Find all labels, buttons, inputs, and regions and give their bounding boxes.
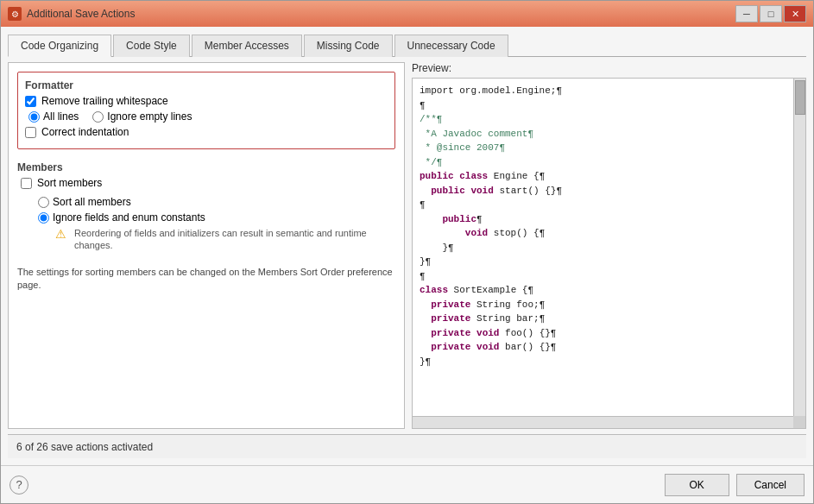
dialog-window: ⚙ Additional Save Actions ─ □ ✕ Code Org… bbox=[0, 0, 814, 504]
cancel-button[interactable]: Cancel bbox=[736, 474, 805, 496]
code-line-9: public¶ bbox=[420, 212, 798, 227]
radio-all-lines-label: All lines bbox=[43, 110, 79, 123]
code-line-14: class SortExample {¶ bbox=[420, 283, 798, 298]
sort-radio-group: Sort all members Ignore fields and enum … bbox=[38, 196, 395, 252]
code-line-4: * @since 2007¶ bbox=[420, 141, 798, 155]
code-line-7: public void start() {}¶ bbox=[420, 184, 798, 198]
sort-members-row: Sort members bbox=[21, 177, 395, 189]
code-line-6: public class Engine {¶ bbox=[420, 169, 798, 184]
bottom-right: OK Cancel bbox=[665, 474, 805, 496]
tab-unnecessary-code[interactable]: Unnecessary Code bbox=[394, 35, 508, 57]
code-line-12: }¶ bbox=[420, 255, 798, 269]
preview-box: import org.model.Engine;¶ ¶ /**¶ *A Java… bbox=[412, 78, 806, 429]
tab-bar: Code Organizing Code Style Member Access… bbox=[8, 34, 806, 57]
main-panel: Formatter Remove trailing whitespace All… bbox=[8, 62, 806, 429]
radio-ignore-empty-input[interactable] bbox=[92, 111, 104, 123]
code-line-3: *A Javadoc comment¶ bbox=[420, 127, 798, 142]
status-text: 6 of 26 save actions activated bbox=[16, 441, 153, 453]
title-bar: ⚙ Additional Save Actions ─ □ ✕ bbox=[1, 1, 813, 27]
code-line-18: private void bar() {}¶ bbox=[420, 340, 798, 355]
radio-sort-all-label: Sort all members bbox=[53, 196, 131, 208]
warning-row: ⚠ Reordering of fields and initializers … bbox=[55, 227, 395, 252]
members-label: Members bbox=[17, 161, 395, 173]
tab-code-organizing[interactable]: Code Organizing bbox=[8, 35, 111, 57]
bottom-bar: ? OK Cancel bbox=[1, 465, 813, 503]
formatter-label: Formatter bbox=[25, 79, 388, 91]
radio-ignore-empty: Ignore empty lines bbox=[92, 110, 192, 123]
remove-trailing-whitespace-checkbox[interactable] bbox=[25, 96, 36, 107]
help-button[interactable]: ? bbox=[9, 476, 28, 495]
code-line-13: ¶ bbox=[420, 269, 798, 284]
radio-sort-all: Sort all members bbox=[38, 196, 395, 208]
tab-missing-code[interactable]: Missing Code bbox=[304, 35, 393, 57]
status-bar: 6 of 26 save actions activated bbox=[8, 434, 806, 458]
radio-all-lines-input[interactable] bbox=[28, 111, 40, 123]
title-controls: ─ □ ✕ bbox=[735, 5, 806, 22]
title-bar-left: ⚙ Additional Save Actions bbox=[8, 7, 135, 21]
code-line-5: */¶ bbox=[420, 155, 798, 170]
scrollbar-horizontal[interactable] bbox=[413, 416, 793, 428]
correct-indentation-row: Correct indentation bbox=[25, 126, 388, 138]
radio-group-lines: All lines Ignore empty lines bbox=[28, 110, 388, 123]
restore-button[interactable]: □ bbox=[760, 5, 782, 22]
minimize-button[interactable]: ─ bbox=[735, 5, 758, 22]
sort-members-checkbox[interactable] bbox=[21, 178, 32, 189]
code-line-19: }¶ bbox=[420, 355, 798, 369]
ok-button[interactable]: OK bbox=[665, 474, 729, 496]
radio-ignore-empty-label: Ignore empty lines bbox=[107, 110, 192, 123]
close-button[interactable]: ✕ bbox=[784, 5, 806, 22]
preview-label: Preview: bbox=[412, 62, 806, 74]
left-panel: Formatter Remove trailing whitespace All… bbox=[8, 62, 405, 429]
right-panel: Preview: import org.model.Engine;¶ ¶ /**… bbox=[412, 62, 806, 429]
warning-text: Reordering of fields and initializers ca… bbox=[74, 227, 395, 252]
scrollbar-corner bbox=[793, 416, 805, 428]
radio-all-lines: All lines bbox=[28, 110, 79, 123]
formatter-section: Formatter Remove trailing whitespace All… bbox=[17, 72, 395, 149]
sort-members-label: Sort members bbox=[37, 177, 102, 189]
code-line-2: /**¶ bbox=[420, 112, 798, 127]
members-section: Members Sort members Sort all members bbox=[17, 161, 395, 252]
window-icon-glyph: ⚙ bbox=[11, 9, 19, 19]
code-line-15: private String foo;¶ bbox=[420, 298, 798, 312]
content-area: Code Organizing Code Style Member Access… bbox=[1, 27, 813, 465]
code-line-11: }¶ bbox=[420, 241, 798, 255]
scrollbar-vertical[interactable] bbox=[793, 79, 805, 416]
code-line-1: ¶ bbox=[420, 98, 798, 113]
warning-icon: ⚠ bbox=[55, 227, 69, 241]
code-line-0: import org.model.Engine;¶ bbox=[420, 84, 798, 98]
footer-text: The settings for sorting members can be … bbox=[17, 266, 395, 293]
tab-code-style[interactable]: Code Style bbox=[113, 35, 190, 57]
remove-trailing-whitespace-label: Remove trailing whitespace bbox=[41, 95, 168, 107]
code-line-17: private void foo() {}¶ bbox=[420, 326, 798, 341]
code-line-16: private String bar;¶ bbox=[420, 312, 798, 326]
scrollbar-thumb-v[interactable] bbox=[795, 80, 805, 115]
window-icon: ⚙ bbox=[8, 7, 22, 21]
radio-sort-all-input[interactable] bbox=[38, 197, 49, 208]
code-preview: import org.model.Engine;¶ ¶ /**¶ *A Java… bbox=[413, 79, 805, 428]
correct-indentation-label: Correct indentation bbox=[41, 126, 129, 138]
remove-trailing-whitespace-row: Remove trailing whitespace bbox=[25, 95, 388, 107]
members-inner: Sort members Sort all members Ignore fie… bbox=[21, 177, 395, 252]
window-title: Additional Save Actions bbox=[27, 8, 135, 20]
radio-ignore-fields-label: Ignore fields and enum constants bbox=[53, 211, 205, 224]
radio-ignore-fields: Ignore fields and enum constants bbox=[38, 211, 395, 224]
correct-indentation-checkbox[interactable] bbox=[25, 127, 36, 138]
code-line-8: ¶ bbox=[420, 198, 798, 212]
tab-member-accesses[interactable]: Member Accesses bbox=[192, 35, 302, 57]
bottom-left: ? bbox=[9, 476, 28, 495]
code-line-10: void stop() {¶ bbox=[420, 226, 798, 241]
radio-ignore-fields-input[interactable] bbox=[38, 212, 49, 224]
